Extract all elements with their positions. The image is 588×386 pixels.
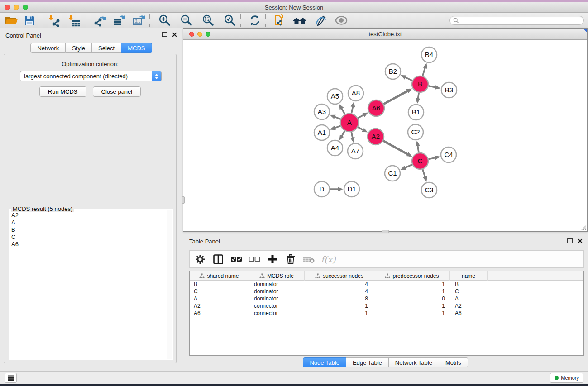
- search-input[interactable]: [461, 17, 583, 24]
- table-cell[interactable]: B: [450, 281, 488, 288]
- table-cell[interactable]: 4: [305, 288, 374, 295]
- zoom-in-icon[interactable]: [157, 14, 172, 27]
- table-cell[interactable]: B: [190, 281, 249, 288]
- table-row[interactable]: A6connector11A6: [190, 310, 583, 317]
- graph-edge-C-C1[interactable]: [402, 165, 412, 169]
- table-row[interactable]: Bdominator41B: [190, 281, 583, 288]
- graph-edge-A6-B[interactable]: [384, 90, 411, 104]
- run-mcds-button[interactable]: Run MCDS: [39, 86, 86, 97]
- table-cell[interactable]: connector: [249, 302, 305, 310]
- result-item[interactable]: A6: [10, 241, 166, 248]
- tab-network-table[interactable]: Network Table: [389, 357, 439, 367]
- table-cell[interactable]: 1: [374, 310, 450, 317]
- save-session-icon[interactable]: [22, 14, 37, 27]
- column-header-shared-name[interactable]: shared name: [190, 271, 249, 281]
- table-cell[interactable]: A2: [190, 302, 249, 310]
- annotations-hidden-icon[interactable]: [313, 14, 328, 27]
- graph-edge-C-C3[interactable]: [423, 169, 426, 180]
- table-cell[interactable]: 1: [305, 302, 374, 310]
- graph-edge-A-A5[interactable]: [340, 105, 345, 114]
- graph-edge-C-C2[interactable]: [417, 143, 419, 153]
- import-network-icon[interactable]: [47, 14, 62, 27]
- close-panel-button[interactable]: Close panel: [93, 86, 141, 97]
- show-panel-list-button[interactable]: [5, 373, 17, 383]
- table-row[interactable]: Adominator80A: [190, 295, 583, 302]
- graph-edge-B-B4[interactable]: [423, 65, 426, 76]
- table-cell[interactable]: dominator: [249, 295, 305, 302]
- import-table-icon[interactable]: [67, 14, 82, 27]
- table-row[interactable]: A2connector11A2: [190, 302, 583, 310]
- graph-edge-A-A3[interactable]: [331, 115, 340, 119]
- column-header-successor-nodes[interactable]: successor nodes: [305, 271, 374, 281]
- show-columns-icon[interactable]: [212, 253, 224, 265]
- table-cell[interactable]: 1: [305, 310, 374, 317]
- close-panel-icon[interactable]: [172, 32, 177, 37]
- memory-button[interactable]: Memory: [550, 373, 583, 383]
- table-cell[interactable]: dominator: [249, 281, 305, 288]
- criterion-select[interactable]: largest connected component (directed): [20, 71, 162, 81]
- network-graph-canvas[interactable]: AA1A2A3A4A5A6A7A8BB1B2B3B4CC1C2C3C4DD1: [183, 40, 587, 231]
- document-network-icon[interactable]: [272, 14, 287, 27]
- graph-edge-A-A6[interactable]: [358, 113, 366, 118]
- eye-icon[interactable]: [334, 14, 349, 27]
- export-network-icon[interactable]: [91, 14, 107, 27]
- table-cell[interactable]: A: [450, 295, 488, 302]
- result-item[interactable]: B: [10, 226, 166, 234]
- bottom-splitter-grip[interactable]: [382, 230, 389, 233]
- table-cell[interactable]: A6: [190, 310, 249, 317]
- table-cell[interactable]: A: [190, 295, 249, 302]
- graph-edge-B-B2[interactable]: [402, 76, 412, 81]
- table-cell[interactable]: 1: [374, 302, 450, 310]
- tab-mcds[interactable]: MCDS: [121, 43, 152, 53]
- result-list-scrollbar[interactable]: [167, 210, 172, 359]
- table-cell[interactable]: connector: [249, 310, 305, 317]
- float-table-panel-icon[interactable]: [567, 238, 573, 243]
- export-image-icon[interactable]: [131, 14, 147, 27]
- refresh-view-icon[interactable]: [247, 14, 263, 27]
- tab-edge-table[interactable]: Edge Table: [346, 357, 389, 367]
- table-cell[interactable]: 1: [374, 281, 450, 288]
- table-cell[interactable]: 8: [305, 295, 374, 302]
- table-settings-gear-icon[interactable]: [194, 253, 206, 265]
- table-cell[interactable]: 0: [374, 295, 450, 302]
- graph-edge-A-A2[interactable]: [358, 127, 366, 132]
- table-cell[interactable]: dominator: [249, 288, 305, 295]
- column-header-name[interactable]: name: [450, 271, 488, 281]
- delete-column-trash-icon[interactable]: [285, 253, 296, 265]
- table-cell[interactable]: A6: [450, 310, 488, 317]
- tab-select[interactable]: Select: [92, 43, 121, 53]
- zoom-selected-icon[interactable]: [222, 14, 238, 27]
- column-header-predecessor-nodes[interactable]: predecessor nodes: [374, 271, 450, 281]
- graph-edge-A-A8[interactable]: [351, 103, 354, 113]
- graph-edge-B-B3[interactable]: [429, 86, 439, 88]
- column-header-MCDS-role[interactable]: MCDS role: [249, 271, 305, 281]
- search-field[interactable]: [449, 16, 584, 25]
- zoom-fit-icon[interactable]: [201, 14, 216, 27]
- left-splitter-grip[interactable]: [182, 196, 185, 204]
- close-table-panel-icon[interactable]: [578, 238, 583, 243]
- open-session-icon[interactable]: [4, 14, 19, 27]
- graph-edge-C-C4[interactable]: [429, 157, 439, 159]
- graph-edge-A-A1[interactable]: [332, 126, 341, 129]
- network-window-titlebar[interactable]: testGlobe.txt: [183, 29, 587, 40]
- result-item[interactable]: A2: [10, 212, 166, 219]
- tab-style[interactable]: Style: [66, 43, 92, 53]
- window-resize-grip[interactable]: [581, 225, 586, 230]
- table-cell[interactable]: A2: [450, 302, 488, 310]
- add-column-icon[interactable]: [267, 253, 278, 265]
- graph-edge-A-A7[interactable]: [351, 132, 353, 141]
- result-item[interactable]: A: [10, 219, 166, 226]
- result-item[interactable]: C: [10, 234, 166, 241]
- table-cell[interactable]: C: [450, 288, 488, 295]
- table-cell[interactable]: C: [190, 288, 249, 295]
- graph-edge-A-A4[interactable]: [340, 131, 344, 139]
- select-all-checkboxes-icon[interactable]: [230, 253, 242, 265]
- tab-network[interactable]: Network: [30, 43, 66, 53]
- float-panel-icon[interactable]: [162, 32, 167, 37]
- tab-motifs[interactable]: Motifs: [439, 357, 468, 367]
- tab-node-table[interactable]: Node Table: [303, 357, 346, 367]
- export-table-icon[interactable]: [111, 14, 127, 27]
- table-cell[interactable]: 1: [374, 288, 450, 295]
- home-icon[interactable]: [292, 14, 307, 27]
- zoom-out-icon[interactable]: [179, 14, 194, 27]
